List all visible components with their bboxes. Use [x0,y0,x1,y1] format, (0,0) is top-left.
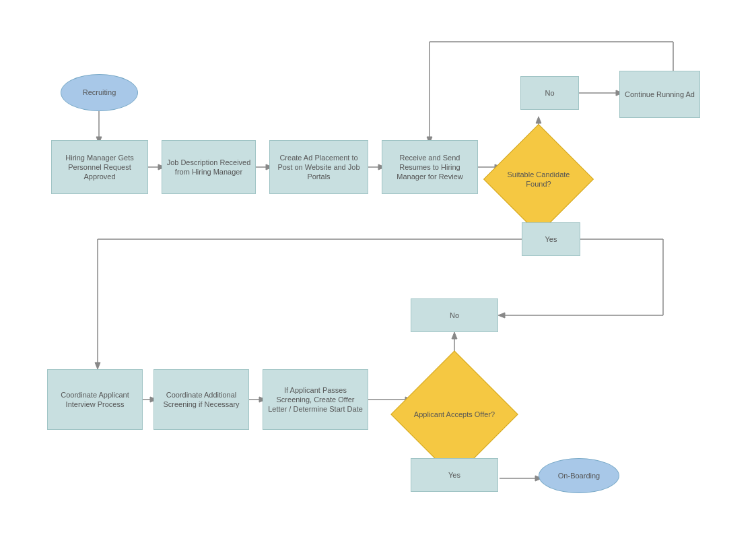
yes-box-node: Yes [522,222,580,256]
receive-send-node: Receive and Send Resumes to Hiring Manag… [382,140,478,194]
svg-marker-23 [95,362,100,369]
applicant-accepts-node: Applicant Accepts Offer? [409,369,500,459]
if-applicant-node: If Applicant Passes Screening, Create Of… [263,369,368,430]
yes-box2-node: Yes [411,458,498,492]
suitable-candidate-node: Suitable Candidate Found? [500,140,578,218]
coordinate-interview-node: Coordinate Applicant Interview Process [47,369,143,430]
coordinate-screening-node: Coordinate Additional Screening if Neces… [153,369,249,430]
job-description-node: Job Description Received from Hiring Man… [162,140,256,194]
no-box-node: No [520,76,579,110]
flowchart-diagram: Recruiting Hiring Manager Gets Personnel… [0,0,756,539]
create-ad-node: Create Ad Placement to Post on Website a… [269,140,368,194]
no-box2-node: No [411,298,498,332]
continue-running-node: Continue Running Ad [619,71,700,118]
svg-marker-35 [452,332,457,339]
onboarding-node: On-Boarding [539,458,619,493]
hiring-manager-node: Hiring Manager Gets Personnel Request Ap… [51,140,148,194]
recruiting-node: Recruiting [61,74,138,111]
svg-marker-11 [536,117,541,123]
svg-marker-27 [498,313,505,318]
